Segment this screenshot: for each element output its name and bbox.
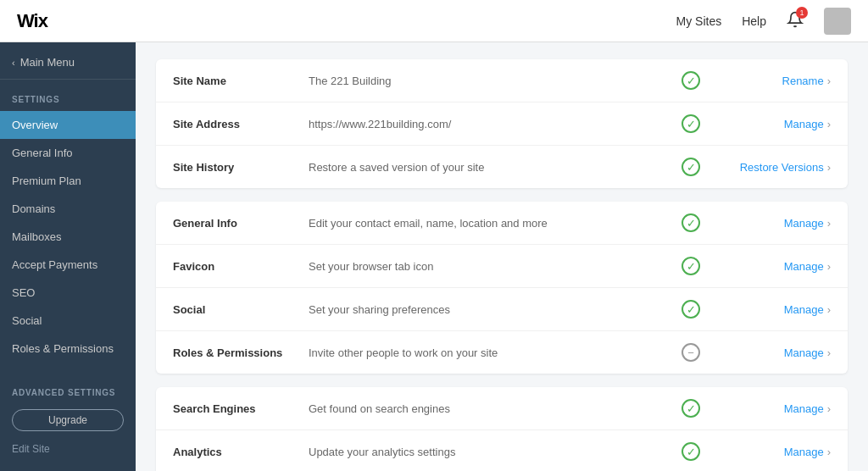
row-action-analytics: Manage › [712,446,831,458]
row-desc-general-info: Edit your contact email, name, location … [309,217,670,230]
chevron-left-icon: ‹ [12,58,15,68]
content-area: Site Name The 221 Building ✓ Rename › Si… [136,42,868,471]
row-desc-site-name: The 221 Building [309,75,670,87]
sidebar-item-premium-plan[interactable]: Premium Plan [0,167,136,195]
row-action-social: Manage › [712,303,831,316]
row-label-analytics: Analytics [173,446,309,458]
row-label-site-history: Site History [173,161,309,174]
row-desc-search-engines: Get found on search engines [309,402,670,415]
chevron-right-icon: › [827,75,831,87]
upgrade-button[interactable]: Upgrade [12,409,124,431]
row-action-favicon: Manage › [712,260,831,273]
check-circle-icon: ✓ [682,158,700,176]
card-advanced: Search Engines Get found on search engin… [156,387,848,471]
main-menu-label: Main Menu [20,56,75,69]
manage-social-link[interactable]: Manage [784,303,824,316]
table-row: General Info Edit your contact email, na… [156,202,848,245]
row-desc-social: Set your sharing preferences [309,303,670,316]
manage-favicon-link[interactable]: Manage [784,260,824,273]
row-label-favicon: Favicon [173,260,309,273]
row-desc-analytics: Update your analytics settings [309,446,670,458]
check-circle-icon: ✓ [682,300,700,319]
row-action-site-history: Restore Versions › [712,161,831,174]
sidebar-item-accept-payments[interactable]: Accept Payments [0,251,136,279]
manage-general-info-link[interactable]: Manage [784,217,824,230]
main-menu-item[interactable]: ‹ Main Menu [0,42,136,80]
sidebar-item-social[interactable]: Social [0,307,136,335]
row-desc-site-history: Restore a saved version of your site [309,161,670,174]
bell-icon[interactable]: 1 [787,11,804,31]
row-action-general-info: Manage › [712,217,831,230]
minus-circle-icon: − [682,343,700,362]
table-row: Search Engines Get found on search engin… [156,387,848,430]
card-site-basics: Site Name The 221 Building ✓ Rename › Si… [156,59,848,188]
sidebar-item-general-info[interactable]: General Info [0,139,136,167]
chevron-right-icon: › [827,303,831,316]
row-icon-site-history: ✓ [670,158,712,176]
row-action-search-engines: Manage › [712,402,831,415]
table-row: Site Address https://www.221building.com… [156,103,848,146]
sidebar: ‹ Main Menu SETTINGS Overview General In… [0,42,136,471]
check-circle-icon: ✓ [682,257,700,275]
table-row: Roles & Permissions Invite other people … [156,331,848,374]
help-link[interactable]: Help [742,14,766,28]
row-icon-site-name: ✓ [670,71,712,90]
check-circle-icon: ✓ [682,213,700,232]
check-circle-icon: ✓ [682,442,700,461]
top-nav: Wix My Sites Help 1 [0,0,868,42]
row-label-social: Social [173,303,309,316]
row-action-site-address: Manage › [712,118,831,130]
row-action-site-name: Rename › [712,75,831,87]
my-sites-link[interactable]: My Sites [676,14,722,28]
manage-analytics-link[interactable]: Manage [784,446,824,458]
row-icon-site-address: ✓ [670,114,712,133]
notification-badge: 1 [796,7,808,19]
row-label-search-engines: Search Engines [173,402,309,415]
row-desc-site-address: https://www.221building.com/ [309,118,670,130]
sidebar-item-seo[interactable]: SEO [0,279,136,307]
table-row: Analytics Update your analytics settings… [156,430,848,471]
row-icon-roles-permissions: − [670,343,712,362]
card-site-identity: General Info Edit your contact email, na… [156,202,848,374]
table-row: Social Set your sharing preferences ✓ Ma… [156,288,848,331]
check-circle-icon: ✓ [682,114,700,133]
edit-site-link[interactable]: Edit Site [0,436,136,462]
row-label-general-info: General Info [173,217,309,230]
row-label-roles-permissions: Roles & Permissions [173,346,309,359]
check-circle-icon: ✓ [682,71,700,90]
chevron-right-icon: › [827,161,831,174]
table-row: Favicon Set your browser tab icon ✓ Mana… [156,245,848,288]
check-circle-icon: ✓ [682,399,700,418]
settings-section-label: SETTINGS [0,80,136,111]
chevron-right-icon: › [827,217,831,230]
table-row: Site History Restore a saved version of … [156,146,848,188]
rename-link[interactable]: Rename [782,75,824,87]
row-label-site-address: Site Address [173,118,309,130]
sidebar-item-roles-permissions[interactable]: Roles & Permissions [0,335,136,363]
row-desc-favicon: Set your browser tab icon [309,260,670,273]
row-icon-favicon: ✓ [670,257,712,275]
chevron-right-icon: › [827,260,831,273]
top-nav-right: My Sites Help 1 [676,8,851,35]
row-action-roles-permissions: Manage › [712,346,831,359]
table-row: Site Name The 221 Building ✓ Rename › [156,59,848,103]
row-icon-analytics: ✓ [670,442,712,461]
advanced-settings-label: ADVANCED SETTINGS [0,380,136,404]
chevron-right-icon: › [827,446,831,458]
row-label-site-name: Site Name [173,75,309,87]
sidebar-item-overview[interactable]: Overview [0,111,136,139]
main-layout: ‹ Main Menu SETTINGS Overview General In… [0,42,868,471]
chevron-right-icon: › [827,346,831,359]
row-icon-search-engines: ✓ [670,399,712,418]
wix-logo: Wix [17,10,47,32]
chevron-right-icon: › [827,402,831,415]
manage-search-engines-link[interactable]: Manage [784,402,824,415]
avatar[interactable] [824,8,851,35]
restore-versions-link[interactable]: Restore Versions [740,161,824,174]
manage-roles-link[interactable]: Manage [784,346,824,359]
sidebar-item-mailboxes[interactable]: Mailboxes [0,223,136,251]
manage-site-address-link[interactable]: Manage [784,118,824,130]
chevron-right-icon: › [827,118,831,130]
sidebar-item-domains[interactable]: Domains [0,195,136,223]
row-desc-roles-permissions: Invite other people to work on your site [309,346,670,359]
